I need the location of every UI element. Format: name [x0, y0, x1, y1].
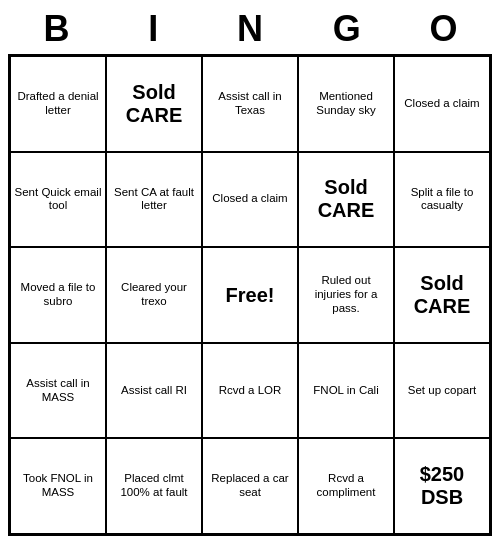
bingo-cell-2-4: Sold CARE [394, 247, 490, 343]
bingo-cell-3-0: Assist call in MASS [10, 343, 106, 439]
bingo-grid: Drafted a denial letterSold CAREAssist c… [8, 54, 492, 536]
bingo-cell-4-1: Placed clmt 100% at fault [106, 438, 202, 534]
bingo-cell-2-1: Cleared your trexo [106, 247, 202, 343]
bingo-cell-0-3: Mentioned Sunday sky [298, 56, 394, 152]
bingo-cell-3-2: Rcvd a LOR [202, 343, 298, 439]
bingo-cell-2-2: Free! [202, 247, 298, 343]
bingo-cell-2-3: Ruled out injuries for a pass. [298, 247, 394, 343]
bingo-cell-1-0: Sent Quick email tool [10, 152, 106, 248]
bingo-cell-1-3: Sold CARE [298, 152, 394, 248]
letter-b: B [8, 8, 105, 50]
bingo-cell-0-2: Assist call in Texas [202, 56, 298, 152]
bingo-cell-3-3: FNOL in Cali [298, 343, 394, 439]
bingo-cell-1-2: Closed a claim [202, 152, 298, 248]
letter-n: N [202, 8, 299, 50]
bingo-cell-0-4: Closed a claim [394, 56, 490, 152]
bingo-cell-4-3: Rcvd a compliment [298, 438, 394, 534]
bingo-cell-3-1: Assist call RI [106, 343, 202, 439]
bingo-cell-4-4: $250 DSB [394, 438, 490, 534]
letter-g: G [298, 8, 395, 50]
bingo-cell-1-4: Split a file to casualty [394, 152, 490, 248]
letter-o: O [395, 8, 492, 50]
bingo-cell-4-0: Took FNOL in MASS [10, 438, 106, 534]
bingo-cell-0-1: Sold CARE [106, 56, 202, 152]
bingo-cell-3-4: Set up copart [394, 343, 490, 439]
letter-i: I [105, 8, 202, 50]
bingo-title: B I N G O [8, 8, 492, 50]
bingo-cell-4-2: Replaced a car seat [202, 438, 298, 534]
bingo-cell-0-0: Drafted a denial letter [10, 56, 106, 152]
bingo-cell-1-1: Sent CA at fault letter [106, 152, 202, 248]
bingo-cell-2-0: Moved a file to subro [10, 247, 106, 343]
